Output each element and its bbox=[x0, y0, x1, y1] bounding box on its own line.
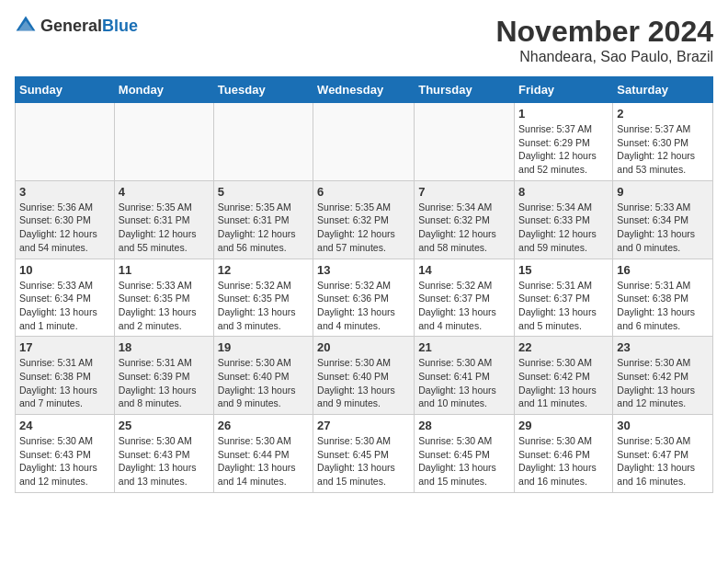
day-info: Sunrise: 5:30 AM Sunset: 6:40 PM Dayligh… bbox=[317, 356, 410, 410]
calendar-cell: 9Sunrise: 5:33 AM Sunset: 6:34 PM Daylig… bbox=[613, 180, 713, 259]
day-header-monday: Monday bbox=[114, 77, 213, 103]
calendar-cell: 20Sunrise: 5:30 AM Sunset: 6:40 PM Dayli… bbox=[313, 337, 415, 415]
calendar-cell bbox=[313, 103, 415, 181]
calendar-cell: 12Sunrise: 5:32 AM Sunset: 6:35 PM Dayli… bbox=[213, 259, 313, 337]
day-info: Sunrise: 5:31 AM Sunset: 6:37 PM Dayligh… bbox=[518, 279, 609, 333]
day-info: Sunrise: 5:33 AM Sunset: 6:35 PM Dayligh… bbox=[119, 279, 210, 333]
calendar-cell: 10Sunrise: 5:33 AM Sunset: 6:34 PM Dayli… bbox=[16, 259, 115, 337]
calendar: SundayMondayTuesdayWednesdayThursdayFrid… bbox=[15, 76, 713, 493]
day-number: 9 bbox=[617, 185, 709, 199]
day-info: Sunrise: 5:30 AM Sunset: 6:43 PM Dayligh… bbox=[119, 434, 210, 488]
logo: GeneralBlue bbox=[15, 15, 138, 37]
day-number: 26 bbox=[218, 419, 309, 432]
calendar-cell: 28Sunrise: 5:30 AM Sunset: 6:45 PM Dayli… bbox=[415, 415, 515, 493]
day-info: Sunrise: 5:30 AM Sunset: 6:42 PM Dayligh… bbox=[617, 356, 709, 410]
day-info: Sunrise: 5:30 AM Sunset: 6:47 PM Dayligh… bbox=[617, 434, 709, 488]
day-info: Sunrise: 5:35 AM Sunset: 6:31 PM Dayligh… bbox=[119, 201, 210, 255]
day-number: 7 bbox=[418, 185, 510, 199]
calendar-cell: 26Sunrise: 5:30 AM Sunset: 6:44 PM Dayli… bbox=[213, 415, 313, 493]
calendar-cell: 25Sunrise: 5:30 AM Sunset: 6:43 PM Dayli… bbox=[114, 415, 213, 493]
day-number: 22 bbox=[518, 340, 609, 354]
day-info: Sunrise: 5:34 AM Sunset: 6:32 PM Dayligh… bbox=[418, 201, 510, 255]
day-number: 6 bbox=[317, 185, 410, 199]
month-title: November 2024 bbox=[495, 15, 713, 49]
day-info: Sunrise: 5:36 AM Sunset: 6:30 PM Dayligh… bbox=[19, 201, 110, 255]
day-info: Sunrise: 5:30 AM Sunset: 6:41 PM Dayligh… bbox=[418, 356, 510, 410]
day-number: 10 bbox=[19, 263, 110, 277]
day-info: Sunrise: 5:30 AM Sunset: 6:42 PM Dayligh… bbox=[518, 356, 609, 410]
day-number: 24 bbox=[19, 419, 110, 432]
calendar-cell: 14Sunrise: 5:32 AM Sunset: 6:37 PM Dayli… bbox=[415, 259, 515, 337]
day-info: Sunrise: 5:35 AM Sunset: 6:31 PM Dayligh… bbox=[218, 201, 309, 255]
calendar-cell: 17Sunrise: 5:31 AM Sunset: 6:38 PM Dayli… bbox=[16, 337, 115, 415]
day-number: 16 bbox=[617, 263, 709, 277]
day-number: 27 bbox=[317, 419, 410, 432]
calendar-header-row: SundayMondayTuesdayWednesdayThursdayFrid… bbox=[16, 77, 713, 103]
day-number: 8 bbox=[518, 185, 609, 199]
header: GeneralBlue November 2024 Nhandeara, Sao… bbox=[15, 15, 713, 65]
day-header-friday: Friday bbox=[515, 77, 613, 103]
calendar-cell: 8Sunrise: 5:34 AM Sunset: 6:33 PM Daylig… bbox=[515, 180, 613, 259]
title-block: November 2024 Nhandeara, Sao Paulo, Braz… bbox=[495, 15, 713, 65]
day-number: 12 bbox=[218, 263, 309, 277]
calendar-week-row: 3Sunrise: 5:36 AM Sunset: 6:30 PM Daylig… bbox=[16, 180, 713, 259]
day-number: 13 bbox=[317, 263, 410, 277]
day-number: 19 bbox=[218, 340, 309, 354]
calendar-cell: 4Sunrise: 5:35 AM Sunset: 6:31 PM Daylig… bbox=[114, 180, 213, 259]
logo-icon bbox=[15, 15, 37, 37]
calendar-week-row: 17Sunrise: 5:31 AM Sunset: 6:38 PM Dayli… bbox=[16, 337, 713, 415]
day-number: 14 bbox=[418, 263, 510, 277]
calendar-cell: 29Sunrise: 5:30 AM Sunset: 6:46 PM Dayli… bbox=[515, 415, 613, 493]
calendar-cell: 2Sunrise: 5:37 AM Sunset: 6:30 PM Daylig… bbox=[613, 103, 713, 181]
calendar-cell: 1Sunrise: 5:37 AM Sunset: 6:29 PM Daylig… bbox=[515, 103, 613, 181]
day-info: Sunrise: 5:30 AM Sunset: 6:40 PM Dayligh… bbox=[218, 356, 309, 410]
day-info: Sunrise: 5:30 AM Sunset: 6:45 PM Dayligh… bbox=[317, 434, 410, 488]
logo-blue: Blue bbox=[102, 17, 138, 35]
calendar-cell: 21Sunrise: 5:30 AM Sunset: 6:41 PM Dayli… bbox=[415, 337, 515, 415]
day-info: Sunrise: 5:31 AM Sunset: 6:39 PM Dayligh… bbox=[119, 356, 210, 410]
location-title: Nhandeara, Sao Paulo, Brazil bbox=[495, 49, 713, 65]
day-number: 29 bbox=[518, 419, 609, 432]
calendar-cell bbox=[415, 103, 515, 181]
day-header-sunday: Sunday bbox=[16, 77, 115, 103]
day-info: Sunrise: 5:30 AM Sunset: 6:45 PM Dayligh… bbox=[418, 434, 510, 488]
calendar-cell: 19Sunrise: 5:30 AM Sunset: 6:40 PM Dayli… bbox=[213, 337, 313, 415]
day-info: Sunrise: 5:37 AM Sunset: 6:30 PM Dayligh… bbox=[617, 122, 709, 177]
calendar-cell: 18Sunrise: 5:31 AM Sunset: 6:39 PM Dayli… bbox=[114, 337, 213, 415]
day-info: Sunrise: 5:33 AM Sunset: 6:34 PM Dayligh… bbox=[617, 201, 709, 255]
calendar-cell: 3Sunrise: 5:36 AM Sunset: 6:30 PM Daylig… bbox=[16, 180, 115, 259]
day-number: 28 bbox=[418, 419, 510, 432]
day-info: Sunrise: 5:33 AM Sunset: 6:34 PM Dayligh… bbox=[19, 279, 110, 333]
day-info: Sunrise: 5:34 AM Sunset: 6:33 PM Dayligh… bbox=[518, 201, 609, 255]
calendar-cell: 16Sunrise: 5:31 AM Sunset: 6:38 PM Dayli… bbox=[613, 259, 713, 337]
day-info: Sunrise: 5:32 AM Sunset: 6:37 PM Dayligh… bbox=[418, 279, 510, 333]
calendar-cell: 11Sunrise: 5:33 AM Sunset: 6:35 PM Dayli… bbox=[114, 259, 213, 337]
day-info: Sunrise: 5:31 AM Sunset: 6:38 PM Dayligh… bbox=[617, 279, 709, 333]
day-info: Sunrise: 5:35 AM Sunset: 6:32 PM Dayligh… bbox=[317, 201, 410, 255]
day-info: Sunrise: 5:30 AM Sunset: 6:44 PM Dayligh… bbox=[218, 434, 309, 488]
calendar-cell bbox=[16, 103, 115, 181]
day-info: Sunrise: 5:30 AM Sunset: 6:46 PM Dayligh… bbox=[518, 434, 609, 488]
day-number: 5 bbox=[218, 185, 309, 199]
calendar-cell: 30Sunrise: 5:30 AM Sunset: 6:47 PM Dayli… bbox=[613, 415, 713, 493]
calendar-cell: 23Sunrise: 5:30 AM Sunset: 6:42 PM Dayli… bbox=[613, 337, 713, 415]
day-number: 25 bbox=[119, 419, 210, 432]
day-number: 20 bbox=[317, 340, 410, 354]
day-header-wednesday: Wednesday bbox=[313, 77, 415, 103]
day-header-saturday: Saturday bbox=[613, 77, 713, 103]
day-info: Sunrise: 5:37 AM Sunset: 6:29 PM Dayligh… bbox=[518, 122, 609, 177]
calendar-cell: 5Sunrise: 5:35 AM Sunset: 6:31 PM Daylig… bbox=[213, 180, 313, 259]
day-number: 11 bbox=[119, 263, 210, 277]
calendar-cell bbox=[114, 103, 213, 181]
day-info: Sunrise: 5:30 AM Sunset: 6:43 PM Dayligh… bbox=[19, 434, 110, 488]
day-header-thursday: Thursday bbox=[415, 77, 515, 103]
calendar-cell: 22Sunrise: 5:30 AM Sunset: 6:42 PM Dayli… bbox=[515, 337, 613, 415]
calendar-cell bbox=[213, 103, 313, 181]
day-number: 23 bbox=[617, 340, 709, 354]
day-info: Sunrise: 5:32 AM Sunset: 6:35 PM Dayligh… bbox=[218, 279, 309, 333]
day-number: 21 bbox=[418, 340, 510, 354]
calendar-cell: 24Sunrise: 5:30 AM Sunset: 6:43 PM Dayli… bbox=[16, 415, 115, 493]
day-number: 18 bbox=[119, 340, 210, 354]
day-header-tuesday: Tuesday bbox=[213, 77, 313, 103]
day-number: 3 bbox=[19, 185, 110, 199]
